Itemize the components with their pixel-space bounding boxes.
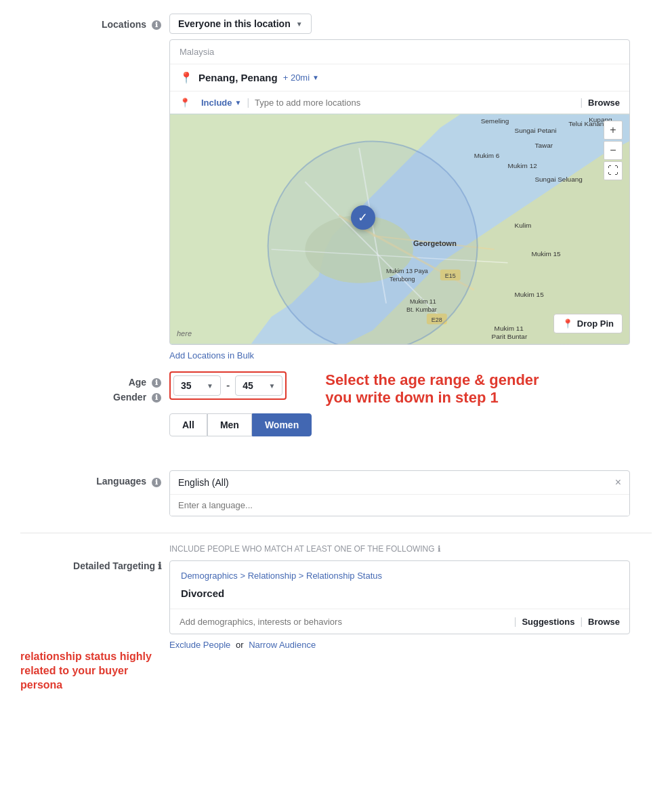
radius-arrow-icon: ▼	[312, 74, 319, 81]
svg-text:Mukim 15: Mukim 15	[515, 291, 545, 298]
age-min-arrow-icon: ▼	[207, 382, 213, 390]
include-pin-icon: 📍	[180, 98, 190, 108]
city-name: Penang, Penang	[198, 72, 278, 83]
narrow-audience-link[interactable]: Narrow Audience	[249, 640, 316, 650]
divider: |	[247, 97, 249, 108]
svg-text:Bt. Kumbar: Bt. Kumbar	[406, 306, 437, 313]
map-svg: E15 E28 Semeling Sungai Petani Telui Kan…	[170, 114, 629, 344]
gender-label: Gender	[113, 392, 146, 403]
gender-section: All Men Women	[169, 408, 312, 436]
targeting-input-row: | Suggestions | Browse	[170, 609, 629, 634]
map-marker: ✓	[351, 205, 375, 230]
svg-text:Georgetown: Georgetown	[413, 239, 457, 247]
gender-info-icon[interactable]: ℹ	[152, 393, 161, 403]
detailed-label: Detailed Targeting ℹ	[12, 555, 161, 571]
relationship-annotation: relationship status highly related to yo…	[20, 650, 161, 692]
targeting-links: Exclude People or Narrow Audience	[169, 640, 630, 650]
svg-text:Terubong: Terubong	[390, 276, 415, 283]
gender-all-button[interactable]: All	[169, 413, 207, 436]
targeting-search-input[interactable]	[180, 617, 509, 627]
gender-men-button[interactable]: Men	[207, 413, 252, 436]
age-section-row: Age ℹ 35 ▼ - 45 ▼	[20, 371, 652, 436]
svg-text:Mukim 6: Mukim 6	[474, 152, 500, 159]
zoom-in-button[interactable]: +	[604, 121, 623, 140]
zoom-out-button[interactable]: −	[604, 141, 623, 160]
svg-text:Tawar: Tawar	[534, 142, 553, 149]
age-max-select[interactable]: 45 ▼	[235, 375, 282, 396]
detailed-row: Detailed Targeting ℹ INCLUDE people who …	[20, 544, 652, 650]
location-country: Malaysia	[170, 40, 629, 64]
age-range-box: 35 ▼ - 45 ▼	[169, 371, 287, 400]
expand-button[interactable]: ⛶	[604, 161, 623, 180]
divider3: |	[514, 616, 517, 627]
gender-section-row: All Men Women	[169, 408, 312, 436]
breadcrumb-link[interactable]: Demographics > Relationship > Relationsh…	[181, 571, 382, 581]
language-tag-row: English (All) ×	[170, 471, 629, 495]
check-icon: ✓	[358, 210, 368, 225]
include-header-info-icon[interactable]: ℹ	[438, 544, 441, 554]
languages-section: Languages ℹ English (All) ×	[20, 470, 652, 516]
locations-label-col: Locations ℹ	[20, 14, 169, 30]
map-container: E15 E28 Semeling Sungai Petani Telui Kan…	[170, 114, 629, 344]
svg-text:Mukim 11: Mukim 11	[410, 298, 436, 305]
map-background: E15 E28 Semeling Sungai Petani Telui Kan…	[170, 114, 629, 344]
svg-text:Mukim 13 Paya: Mukim 13 Paya	[386, 268, 428, 274]
gender-label-col: Gender ℹ	[20, 386, 169, 403]
targeting-item: Divorced	[170, 585, 629, 609]
age-controls: 35 ▼ - 45 ▼	[169, 371, 312, 400]
or-text: or	[236, 640, 244, 650]
languages-box: English (All) ×	[169, 470, 630, 516]
locations-content: Everyone in this location ▼ Malaysia 📍 P…	[169, 14, 630, 361]
locations-info-icon[interactable]: ℹ	[152, 20, 161, 30]
everyone-location-dropdown[interactable]: Everyone in this location ▼	[169, 14, 312, 34]
include-bar: 📍 Include ▼ | | Browse	[170, 91, 629, 114]
map-controls: + − ⛶	[604, 121, 623, 180]
svg-text:Mukim 12: Mukim 12	[508, 162, 538, 169]
dropdown-label: Everyone in this location	[178, 18, 291, 29]
language-remove-button[interactable]: ×	[615, 476, 621, 489]
divider4: |	[580, 616, 583, 627]
drop-pin-icon: 📍	[562, 319, 573, 329]
detailed-targeting-section: Detailed Targeting ℹ INCLUDE people who …	[20, 533, 652, 692]
pin-icon: 📍	[180, 71, 193, 84]
radius-button[interactable]: + 20mi ▼	[283, 73, 319, 83]
age-min-select[interactable]: 35 ▼	[173, 375, 221, 396]
map-watermark: here	[177, 329, 192, 337]
languages-info-icon[interactable]: ℹ	[152, 478, 161, 487]
age-dash: -	[226, 379, 230, 392]
locations-label: Locations	[102, 19, 146, 30]
languages-label: Languages	[96, 476, 146, 487]
targeting-box: Demographics > Relationship > Relationsh…	[169, 560, 630, 634]
svg-text:Mukim 11: Mukim 11	[495, 325, 524, 332]
browse-button[interactable]: Browse	[588, 98, 620, 108]
location-box: Malaysia 📍 Penang, Penang + 20mi ▼ 📍 Inc…	[169, 39, 630, 345]
age-max-value: 45	[243, 380, 253, 391]
drop-pin-button[interactable]: 📍 Drop Pin	[553, 314, 623, 333]
age-gender-wrapper: 35 ▼ - 45 ▼ All M	[169, 371, 312, 436]
include-button[interactable]: Include ▼	[201, 98, 241, 108]
add-bulk-link[interactable]: Add Locations in Bulk	[169, 350, 630, 361]
targeting-breadcrumb: Demographics > Relationship > Relationsh…	[170, 561, 629, 585]
svg-text:Mukim 15: Mukim 15	[531, 250, 561, 258]
svg-text:Sungai Seluang: Sungai Seluang	[534, 176, 582, 183]
drop-pin-label: Drop Pin	[577, 319, 614, 329]
include-header-text: INCLUDE people who match at least ONE of…	[169, 544, 435, 554]
svg-text:Parit Buntar: Parit Buntar	[492, 333, 528, 340]
detailed-annotation-col: Detailed Targeting ℹ	[20, 544, 169, 571]
gender-women-button[interactable]: Women	[252, 413, 312, 436]
svg-text:Sungai Petani: Sungai Petani	[515, 127, 557, 134]
age-min-value: 35	[181, 380, 192, 391]
location-search-input[interactable]	[255, 98, 574, 108]
age-max-arrow-icon: ▼	[268, 382, 275, 390]
divider2: |	[580, 97, 583, 108]
detailed-info-icon[interactable]: ℹ	[158, 560, 161, 571]
suggestions-button[interactable]: Suggestions	[522, 617, 574, 627]
exclude-people-link[interactable]: Exclude People	[169, 640, 230, 650]
language-input[interactable]	[170, 495, 629, 516]
languages-label-col: Languages ℹ	[20, 470, 169, 487]
svg-text:Kulim: Kulim	[515, 222, 532, 229]
detailed-content: INCLUDE people who match at least ONE of…	[169, 544, 630, 650]
relationship-annotation-col: relationship status highly related to yo…	[20, 650, 169, 692]
locations-section: Locations ℹ Everyone in this location ▼ …	[20, 14, 652, 361]
targeting-browse-button[interactable]: Browse	[588, 617, 620, 627]
